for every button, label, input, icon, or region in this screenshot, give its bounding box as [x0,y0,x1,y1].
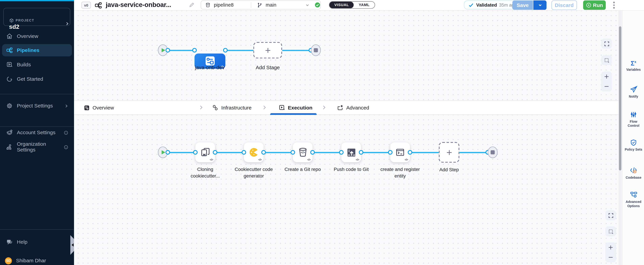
add-stage-label: Add Stage [247,64,288,71]
sidebar-item-overview[interactable]: Overview [0,30,74,43]
chevron-right-icon [262,105,267,110]
connector-port [213,150,217,155]
stage-canvas-fullscreen-button[interactable] [601,39,612,49]
vertical-scrollbar-thumb[interactable] [619,26,622,171]
right-toolbar: Σx Variables Notify Flow Control Policy … [622,11,644,265]
sidebar: PROJECT sd2 Overview Pipelines Builds [0,0,74,265]
tab-label: Infrastructure [221,105,252,111]
clone-repo-icon [200,147,211,158]
infrastructure-tab-icon [212,105,218,111]
toggle-yaml[interactable]: YAML [354,2,374,8]
info-icon [64,130,68,135]
variables-icon: Σx [631,59,636,66]
connector-port [223,48,228,53]
chevron-right-icon [198,105,204,110]
sidebar-item-label: Builds [17,62,31,68]
advanced-options-icon [630,191,637,198]
validated-check-icon [468,2,474,8]
step-label: create and register entity [378,166,423,179]
sidebar-item-account-settings[interactable]: Account Settings [0,126,74,139]
rail-item-codebase[interactable]: Codebase [622,166,644,180]
pipeline-branch-selector: </> pipeline8 main [201,0,321,10]
exec-canvas-select-button[interactable] [605,226,616,236]
codebase-warning-icon [630,166,638,174]
execution-canvas[interactable]: </> Cloning cookiecutter... </> Cookiecu… [74,115,618,265]
help-chat-icon: ? [6,239,13,245]
pipeline-title: java-service-onboar... [106,1,171,9]
execution-end-node[interactable] [488,147,498,158]
step-cloning-cookiecutter[interactable]: </> [196,142,215,162]
validated-label: Validated [476,3,497,8]
rail-item-notify[interactable]: Notify [622,86,644,99]
branch-name: main [266,2,276,8]
visual-yaml-toggle[interactable]: VISUAL YAML [329,1,375,9]
chevron-right-icon [322,105,326,110]
run-label: Run [593,2,603,8]
zoom-in-button[interactable] [604,74,610,79]
notify-plane-icon [630,86,637,93]
pipeline-end-node[interactable] [311,45,321,56]
rail-item-policy-sets[interactable]: Policy Sets [622,139,644,152]
flow-control-sliders-icon [630,111,637,118]
exec-canvas-fullscreen-button[interactable] [605,210,616,220]
overview-tab-icon [84,105,90,111]
rail-label: Variables [624,68,643,72]
pipeline-db-icon: </> [205,2,210,8]
connector-line [225,50,254,51]
home-icon [6,33,13,40]
rail-item-advanced-options[interactable]: Advanced Options [622,191,644,208]
code-badge: </> [356,158,359,161]
tab-execution[interactable]: Execution [279,101,312,114]
sidebar-item-help[interactable]: ? Help [0,236,74,248]
execution-tab-icon [279,105,285,111]
sidebar-item-builds[interactable]: Builds [0,58,74,71]
step-create-git-repo[interactable]: </> </> [293,142,312,162]
zoom-out-button[interactable] [608,254,614,260]
edit-pencil-icon[interactable] [189,2,194,8]
project-selector-card[interactable]: PROJECT sd2 [3,8,70,26]
tab-advanced[interactable]: Advanced [337,101,369,114]
sidebar-item-organization-settings[interactable]: Organization Settings [0,141,74,153]
rail-label: Codebase [624,176,643,180]
tab-overview[interactable]: Overview [84,101,114,114]
stage-canvas[interactable]: </> java-onb-dev Add Stage [74,11,618,101]
user-menu[interactable]: SD Shibam Dhar [0,254,74,265]
add-step-button[interactable] [439,142,460,163]
zoom-out-button[interactable] [604,84,610,89]
policy-shield-icon [630,139,637,146]
sidebar-item-project-settings[interactable]: Project Settings [0,100,74,112]
step-cookiecutter-generator[interactable]: </> [244,142,264,162]
project-label: PROJECT [16,19,34,22]
tab-infrastructure[interactable]: Infrastructure [212,101,252,114]
project-name: sd2 [9,24,20,30]
divider [0,229,74,230]
stage-canvas-select-button[interactable] [601,55,612,65]
save-options-button[interactable] [533,0,546,10]
connector-line [167,50,196,51]
discard-button[interactable]: Discard [552,0,577,10]
connector-line [215,152,244,153]
step-create-register-entity[interactable]: </> [390,142,410,162]
sidebar-item-label: Help [17,239,28,245]
sidebar-item-label: Get Started [17,76,43,82]
builds-icon [6,61,13,68]
run-button[interactable]: Run [583,0,606,10]
save-button[interactable]: Save [512,0,533,10]
pipeline-select[interactable]: </> pipeline8 [201,2,251,8]
sidebar-item-get-started[interactable]: Get Started [0,73,74,85]
rail-item-variables[interactable]: Σx Variables [622,59,644,72]
avatar: SD [5,257,12,264]
toggle-visual[interactable]: VISUAL [330,2,354,8]
connector-line [312,152,341,153]
step-push-code-to-git[interactable]: </> [341,142,361,162]
add-stage-button[interactable] [253,42,282,58]
svg-text:</>: </> [207,4,209,6]
sidebar-item-pipelines[interactable]: Pipelines [2,44,72,56]
more-options-kebab[interactable] [611,1,617,9]
connector-port [261,150,266,155]
pipeline-name: pipeline8 [214,2,234,8]
rail-item-flow-control[interactable]: Flow Control [622,111,644,128]
gear-icon [6,103,13,109]
zoom-in-button[interactable] [608,244,614,250]
branch-select[interactable]: main [251,2,320,8]
